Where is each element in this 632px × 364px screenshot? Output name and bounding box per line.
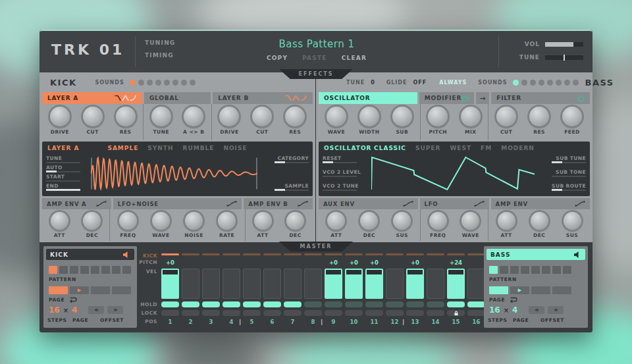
section-header-filter[interactable]: FILTER [491,92,590,104]
tab-rumble[interactable]: RUMBLE [182,145,214,151]
param-vco-2-level[interactable]: VCO 2 LEVEL [323,169,367,177]
param-tune[interactable]: TUNE [46,155,87,163]
pitch-value[interactable]: +0 [345,259,363,266]
section-header-layer-a[interactable]: LAYER A [42,92,142,104]
kick-sample-waveform[interactable] [91,155,257,192]
pattern-slot[interactable] [531,266,540,274]
param-slider[interactable] [552,176,586,177]
knob-sus[interactable] [564,212,581,230]
kick-trigger-step[interactable] [427,253,444,255]
bass-tune-value[interactable]: 0 [371,80,375,86]
sound-slot-dot[interactable] [564,80,570,86]
param-slider[interactable] [552,162,586,163]
lock-step[interactable] [182,310,199,316]
steps-value[interactable]: 16 [489,305,500,315]
hold-step[interactable] [223,301,240,307]
lock-step[interactable] [427,310,444,316]
param-auto[interactable]: AUTO [46,165,87,172]
param-slider[interactable] [275,190,309,191]
knob-res[interactable] [116,107,136,126]
pattern-slot[interactable] [510,266,519,274]
hold-step[interactable] [365,301,383,307]
tab-master[interactable]: MASTER [279,242,353,251]
hold-step[interactable] [202,301,220,307]
knob-freq[interactable] [119,212,137,230]
velocity-step[interactable] [304,269,322,299]
bass-glide-value[interactable]: OFF [413,80,427,86]
param-sub-route[interactable]: SUB ROUTE [552,183,586,191]
param-start[interactable]: START [46,174,87,182]
sound-slot-dot[interactable] [547,80,553,86]
tab-modern[interactable]: MODERN [501,145,535,151]
tab-super[interactable]: SUPER [415,145,440,151]
env-header-amp-env-a[interactable]: AMP ENV A [42,198,111,209]
page-slot[interactable] [552,286,571,294]
section-header-layer-b[interactable]: LAYER B [213,92,313,104]
kick-trigger-step[interactable] [284,253,302,255]
velocity-step[interactable] [427,269,444,299]
param-slider[interactable] [323,162,357,163]
knob-dec[interactable] [286,212,304,230]
tab-noise[interactable]: NOISE [223,145,247,151]
pitch-value[interactable] [386,259,404,266]
knob-cut[interactable] [252,107,272,126]
pattern-slot[interactable] [521,266,529,274]
param-sample[interactable]: SAMPLE [275,183,309,191]
hold-step[interactable] [325,301,342,307]
knob-att[interactable] [51,212,68,230]
knob-freq[interactable] [429,212,447,230]
copy-button[interactable]: COPY [267,55,288,61]
pitch-value[interactable] [202,259,220,266]
knob-drive[interactable] [219,107,239,126]
kick-trigger-step[interactable] [304,253,322,255]
sound-slot-dot[interactable] [130,80,136,86]
sound-slot-dot[interactable] [521,80,527,86]
hold-step[interactable] [304,301,322,307]
pattern-slot[interactable] [563,266,571,274]
modifier-route-arrow[interactable]: → [476,92,489,104]
pattern-slot[interactable] [49,266,57,274]
offset-prev-button[interactable]: « [88,306,104,314]
knob-res[interactable] [285,107,305,126]
pattern-slot[interactable] [80,266,89,274]
env-header-lfo-noise[interactable]: LFO+NOISE [113,198,242,209]
knob-wave[interactable] [327,107,346,126]
kick-trigger-step[interactable] [202,253,220,255]
velocity-step[interactable] [263,269,281,299]
param-category[interactable]: CATEGORY [275,155,309,163]
velocity-step[interactable] [161,269,179,299]
lock-step[interactable] [447,310,465,316]
hold-step[interactable] [386,301,404,307]
lock-step[interactable] [365,310,383,316]
hold-step[interactable] [182,301,199,307]
knob-mix[interactable] [461,107,481,126]
tune-slider[interactable] [545,55,583,60]
kick-trigger-step[interactable] [182,253,199,255]
page-slot[interactable] [91,286,110,294]
param-slider[interactable] [46,180,80,182]
page-slot[interactable] [49,286,68,294]
tab-west[interactable]: WEST [450,145,471,151]
sound-slot-dot[interactable] [556,80,562,86]
lock-step[interactable] [406,310,424,316]
knob-att[interactable] [498,212,515,230]
speaker-icon[interactable] [123,251,130,258]
steps-value[interactable]: 16 [49,305,60,315]
vol-slider[interactable] [545,42,583,47]
knob-width[interactable] [359,107,379,126]
lock-step[interactable] [243,310,261,316]
lock-step[interactable] [161,310,179,316]
knob-feed[interactable] [562,107,582,126]
param-vco-2-tune[interactable]: VCO 2 TUNE [323,183,367,191]
pitch-value[interactable] [243,259,261,266]
tab-sample[interactable]: SAMPLE [107,145,138,151]
velocity-step[interactable] [386,269,404,299]
pattern-slot[interactable] [70,266,78,274]
lock-step[interactable] [223,310,240,316]
pattern-slot[interactable] [59,266,68,274]
velocity-step[interactable] [182,269,199,299]
env-header-aux-env[interactable]: AUX ENV [319,198,418,209]
pattern-panel-header[interactable]: BASS [487,249,585,260]
knob-pitch[interactable] [428,107,448,126]
pitch-value[interactable] [304,259,322,266]
